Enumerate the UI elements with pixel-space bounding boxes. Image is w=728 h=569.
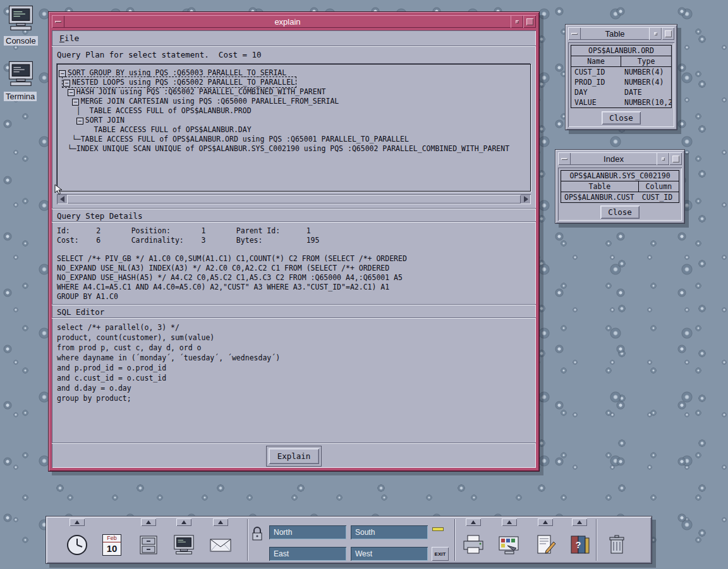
exit-button[interactable]: EXIT bbox=[432, 547, 449, 561]
explain-client-area: File Query Plan for select statement. Co… bbox=[52, 30, 536, 468]
window-menu-button[interactable] bbox=[52, 15, 64, 28]
tree-node[interactable]: TABLE ACCESS FULL of OPS$ALANBUR.DAY bbox=[59, 125, 529, 135]
workspace-button-south[interactable]: South bbox=[351, 525, 428, 539]
table-row[interactable]: VALUENUMBER(10,2) bbox=[571, 97, 671, 107]
tree-node[interactable]: │ TABLE ACCESS FULL of OPS$ALANBUR.PROD bbox=[59, 106, 529, 116]
close-button[interactable]: Close bbox=[600, 205, 640, 219]
terminal-monitor-icon bbox=[5, 59, 37, 89]
sql-editor-text[interactable]: select /*+ parallel(o, 3) */ product, co… bbox=[57, 322, 531, 403]
table-row[interactable]: DAYDATE bbox=[571, 87, 671, 97]
tree-node[interactable]: −HASH JOIN using PQS :Q65002 PARALLEL_CO… bbox=[59, 87, 529, 97]
subpanel-arrow-help[interactable] bbox=[572, 518, 587, 526]
explain-titlebar[interactable]: explain bbox=[52, 15, 536, 28]
calendar-icon: Feb 10 bbox=[102, 534, 121, 556]
panel-text-editor[interactable] bbox=[530, 528, 561, 562]
maximize-icon bbox=[672, 156, 679, 162]
maximize-button[interactable] bbox=[523, 15, 536, 28]
up-arrow-icon bbox=[507, 520, 512, 524]
tree-node-label: INDEX UNIQUE SCAN UNIQUE of OPS$ALANBUR.… bbox=[76, 144, 509, 153]
index-client-area: OPS$ALANBUR.SYS_C002190 Table Column OPS… bbox=[558, 168, 682, 221]
minimize-button[interactable] bbox=[649, 27, 662, 40]
index-row[interactable]: OPS$ALANBUR.CUSTCUST_ID bbox=[561, 192, 679, 202]
panel-terminal[interactable] bbox=[169, 528, 199, 562]
up-arrow-icon bbox=[218, 520, 223, 524]
desktop-icon-console[interactable]: Console bbox=[4, 4, 43, 48]
menubar: File bbox=[52, 30, 536, 46]
table-titlebar[interactable]: Table bbox=[568, 27, 674, 40]
workspace-button-east[interactable]: East bbox=[269, 547, 346, 561]
table-row[interactable]: CUST_IDNUMBER(4) bbox=[571, 67, 671, 77]
panel-divider bbox=[596, 519, 597, 561]
maximize-button[interactable] bbox=[662, 27, 674, 40]
panel-calendar[interactable]: Feb 10 bbox=[97, 528, 127, 562]
table-row[interactable]: PROD_IDNUMBER(4) bbox=[571, 77, 671, 87]
panel-help[interactable]: ? bbox=[564, 528, 595, 562]
details-section-title: Query Step Details bbox=[52, 209, 536, 221]
clock-icon bbox=[65, 533, 89, 557]
tree-connector: └─ bbox=[59, 135, 81, 144]
tree-expander-icon[interactable]: − bbox=[68, 89, 75, 96]
menu-file[interactable]: File bbox=[54, 32, 84, 44]
scroll-right-button[interactable] bbox=[521, 194, 531, 204]
query-plan-tree[interactable]: −SORT GROUP BY using PQS :Q65003 PARALLE… bbox=[57, 64, 531, 192]
subpanel-arrow-files[interactable] bbox=[141, 518, 156, 526]
up-arrow-icon bbox=[471, 520, 476, 524]
workspace-button-west[interactable]: West bbox=[351, 547, 428, 561]
scroll-left-button[interactable] bbox=[57, 194, 67, 204]
tree-expander-icon[interactable]: − bbox=[72, 99, 79, 106]
subpanel-arrow-editor[interactable] bbox=[538, 518, 553, 526]
tree-node[interactable]: −SORT GROUP BY using PQS :Q65003 PARALLE… bbox=[59, 68, 529, 78]
panel-trash[interactable] bbox=[602, 528, 632, 562]
desktop-icon-label: Termina bbox=[4, 92, 37, 101]
mail-icon bbox=[209, 533, 233, 557]
index-titlebar[interactable]: Index bbox=[558, 152, 682, 165]
tree-node[interactable]: −SORT JOIN bbox=[59, 116, 529, 125]
panel-clock[interactable] bbox=[62, 528, 92, 562]
window-menu-button[interactable] bbox=[558, 152, 571, 165]
editor-section-title: SQL Editor bbox=[52, 305, 536, 317]
subpanel-arrow-clock[interactable] bbox=[70, 518, 85, 526]
tree-expander-icon[interactable]: − bbox=[76, 118, 83, 125]
window-title: explain bbox=[64, 15, 511, 28]
desktop-icon-terminal[interactable]: Termina bbox=[4, 59, 43, 104]
scroll-right-icon bbox=[524, 196, 528, 202]
horizontal-scrollbar[interactable] bbox=[57, 194, 531, 204]
maximize-button[interactable] bbox=[669, 152, 682, 165]
subpanel-arrow-style[interactable] bbox=[502, 518, 517, 526]
maximize-icon bbox=[526, 18, 533, 25]
window-menu-button[interactable] bbox=[568, 27, 581, 40]
panel-file-manager[interactable] bbox=[133, 528, 164, 562]
explain-button[interactable]: Explain bbox=[269, 448, 320, 464]
close-button[interactable]: Close bbox=[602, 111, 641, 125]
table-client-area: OPS$ALANBUR.ORD Name Type CUST_IDNUMBER(… bbox=[568, 42, 674, 127]
tree-node-label: TABLE ACCESS FULL of OPS$ALANBUR.ORD usi… bbox=[81, 135, 409, 144]
sql-editor[interactable]: select /*+ parallel(o, 3) */ product, co… bbox=[52, 319, 536, 443]
tree-node[interactable]: └─INDEX UNIQUE SCAN UNIQUE of OPS$ALANBU… bbox=[59, 144, 529, 154]
tree-expander-icon[interactable]: − bbox=[59, 70, 66, 77]
up-arrow-icon bbox=[146, 520, 151, 524]
console-monitor-icon bbox=[5, 4, 37, 33]
panel-style-manager[interactable] bbox=[494, 528, 525, 562]
panel-printer[interactable] bbox=[458, 528, 488, 562]
tree-node-label: HASH JOIN using PQS :Q65002 PARALLEL_COM… bbox=[76, 87, 326, 96]
maximize-icon bbox=[665, 30, 672, 37]
tree-node-selected[interactable]: −NESTED LOOPS using PQS :Q65002 PARALLEL… bbox=[59, 78, 529, 87]
subpanel-arrow-mail[interactable] bbox=[213, 518, 228, 526]
subpanel-arrow-terminal[interactable] bbox=[176, 518, 191, 526]
subpanel-arrow-printer[interactable] bbox=[466, 518, 481, 526]
minimize-button[interactable] bbox=[511, 15, 523, 28]
tree-node[interactable]: └─TABLE ACCESS FULL of OPS$ALANBUR.ORD u… bbox=[59, 135, 529, 144]
tree-node-label: TABLE ACCESS FULL of OPS$ALANBUR.DAY bbox=[94, 125, 251, 134]
workspace-button-north[interactable]: North bbox=[269, 525, 346, 539]
panel-mail[interactable] bbox=[205, 528, 236, 562]
window-menu-icon bbox=[55, 21, 61, 23]
panel-lock[interactable] bbox=[251, 525, 265, 542]
minimize-button[interactable] bbox=[657, 152, 669, 165]
tree-node[interactable]: −MERGE JOIN CARTESIAN using PQS :Q65000 … bbox=[59, 97, 529, 106]
scrollbar-thumb[interactable] bbox=[67, 195, 521, 204]
minimize-icon bbox=[654, 32, 657, 35]
tree-expander-icon[interactable]: − bbox=[63, 80, 70, 87]
printer-icon bbox=[461, 533, 485, 557]
tree-connector bbox=[59, 125, 94, 134]
style-manager-icon bbox=[497, 533, 521, 557]
